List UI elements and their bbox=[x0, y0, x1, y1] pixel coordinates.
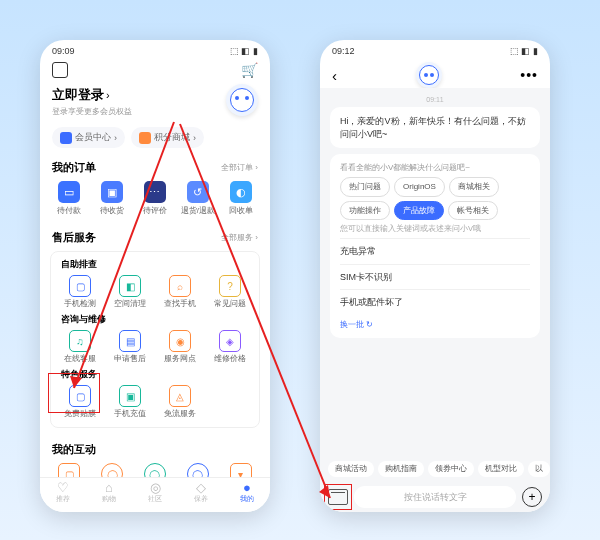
orders-row: ▭待付款 ▣待收货 ⋯待评价 ↺退货/退款 ◐回收单 bbox=[40, 179, 270, 222]
faq-sim[interactable]: SIM卡不识别 bbox=[340, 264, 530, 290]
chat-header: ‹ ••• bbox=[320, 58, 550, 92]
phone-chat: 09:12 ⬚ ◧ ▮ ‹ ••• 09:11 Hi，亲爱的V粉，新年快乐！有什… bbox=[320, 40, 550, 512]
pill-row: 会员中心› 积分商城› bbox=[40, 123, 270, 152]
sv-recharge[interactable]: ▣手机充值 bbox=[105, 383, 155, 421]
order-ship[interactable]: ▣待收货 bbox=[91, 181, 134, 216]
person-icon: ● bbox=[224, 481, 270, 494]
status-right: ⬚ ◧ ▮ bbox=[230, 46, 258, 56]
chevron-right-icon: › bbox=[106, 89, 110, 101]
recycle-icon: ◐ bbox=[230, 181, 252, 203]
tab-me[interactable]: ●我的 bbox=[224, 478, 270, 512]
tab-care[interactable]: ◇保养 bbox=[178, 478, 224, 512]
cat-head: 看看全能的小V都能解决什么问题吧~ bbox=[340, 162, 530, 173]
diamond-icon bbox=[60, 132, 72, 144]
cart-icon[interactable]: 🛒 bbox=[241, 62, 258, 78]
question-icon: ? bbox=[219, 275, 241, 297]
orders-head: 我的订单 全部订单 › bbox=[40, 152, 270, 179]
phone-profile: 09:09 ⬚ ◧ ▮ 🛒 立即登录 › 登录享受更多会员权益 会员中心› 积分… bbox=[40, 40, 270, 512]
tab-community[interactable]: ◎社区 bbox=[132, 478, 178, 512]
special-row: ▢免费贴膜 ▣手机充值 ◬免流服务 bbox=[55, 381, 255, 421]
settings-icon[interactable] bbox=[52, 62, 68, 78]
orders-title: 我的订单 bbox=[52, 160, 96, 175]
sugg-1[interactable]: 商城活动 bbox=[328, 461, 374, 477]
tab-bar: ♡推荐 ⌂购物 ◎社区 ◇保养 ●我的 bbox=[40, 477, 270, 512]
order-review[interactable]: ⋯待评价 bbox=[134, 181, 177, 216]
refresh-button[interactable]: 换一批 ↻ bbox=[340, 315, 530, 330]
community-icon: ◎ bbox=[132, 481, 178, 494]
selfhelp-row: ▢手机检测 ◧空间清理 ⌕查找手机 ?常见问题 bbox=[55, 271, 255, 311]
sv-data[interactable]: ◬免流服务 bbox=[155, 383, 205, 421]
chip-mall[interactable]: 商城相关 bbox=[449, 177, 499, 196]
sv-online[interactable]: ♫在线客服 bbox=[55, 328, 105, 366]
status-time: 09:09 bbox=[52, 46, 75, 56]
chat-icon: ⋯ bbox=[144, 181, 166, 203]
login-title: 立即登录 bbox=[52, 86, 104, 104]
order-recycle[interactable]: ◐回收单 bbox=[219, 181, 262, 216]
bot-avatar bbox=[416, 62, 442, 88]
more-icon[interactable]: ••• bbox=[520, 67, 538, 83]
input-bar: 按住说话转文字 + bbox=[320, 482, 550, 512]
orders-more[interactable]: 全部订单 › bbox=[221, 162, 258, 173]
refund-icon: ↺ bbox=[187, 181, 209, 203]
bubble-hint: 您可以直接输入关键词或表述来问小V哦 bbox=[340, 224, 530, 235]
pin-icon: ◉ bbox=[169, 330, 191, 352]
sv-faq[interactable]: ?常见问题 bbox=[205, 273, 255, 311]
sv-detect[interactable]: ▢手机检测 bbox=[55, 273, 105, 311]
status-bar-r: 09:12 ⬚ ◧ ▮ bbox=[320, 40, 550, 58]
selfhelp-title: 自助排查 bbox=[55, 256, 255, 271]
sv-location[interactable]: ◉服务网点 bbox=[155, 328, 205, 366]
avatar[interactable] bbox=[226, 84, 258, 116]
sv-film[interactable]: ▢免费贴膜 bbox=[55, 383, 105, 421]
order-refund[interactable]: ↺退货/退款 bbox=[176, 181, 219, 216]
chip-originos[interactable]: OriginOS bbox=[394, 177, 445, 196]
form-icon: ▤ bbox=[119, 330, 141, 352]
sugg-2[interactable]: 购机指南 bbox=[378, 461, 424, 477]
faq-charge[interactable]: 充电异常 bbox=[340, 238, 530, 264]
chip-hot[interactable]: 热门问题 bbox=[340, 177, 390, 196]
chat-timestamp: 09:11 bbox=[330, 92, 540, 107]
sv-apply[interactable]: ▤申请售后 bbox=[105, 328, 155, 366]
sv-price[interactable]: ◈维修价格 bbox=[205, 328, 255, 366]
wallet-icon: ▭ bbox=[58, 181, 80, 203]
sv-empty bbox=[205, 383, 255, 421]
search-icon: ⌕ bbox=[169, 275, 191, 297]
chip-fault[interactable]: 产品故障 bbox=[394, 201, 444, 220]
sv-clean[interactable]: ◧空间清理 bbox=[105, 273, 155, 311]
tab-shop[interactable]: ⌂购物 bbox=[86, 478, 132, 512]
faq-broken[interactable]: 手机或配件坏了 bbox=[340, 289, 530, 315]
bubble-categories: 看看全能的小V都能解决什么问题吧~ 热门问题 OriginOS 商城相关 功能操… bbox=[330, 154, 540, 338]
back-icon[interactable]: ‹ bbox=[332, 67, 337, 84]
bolt-icon: ▣ bbox=[119, 385, 141, 407]
keyboard-icon[interactable] bbox=[328, 489, 348, 505]
chat-body: 09:11 Hi，亲爱的V粉，新年快乐！有什么问题，不妨问问小V吧~ 看看全能的… bbox=[320, 88, 550, 456]
shield-icon: ◇ bbox=[178, 481, 224, 494]
status-bar: 09:09 ⬚ ◧ ▮ bbox=[40, 40, 270, 58]
sv-find[interactable]: ⌕查找手机 bbox=[155, 273, 205, 311]
chip-row: 热门问题 OriginOS 商城相关 功能操作 产品故障 帐号相关 bbox=[340, 177, 530, 219]
pill-member[interactable]: 会员中心› bbox=[52, 127, 125, 148]
sugg-5[interactable]: 以 bbox=[528, 461, 550, 477]
pill-points[interactable]: 积分商城› bbox=[131, 127, 204, 148]
heart-icon: ♡ bbox=[40, 481, 86, 494]
consult-title: 咨询与维修 bbox=[55, 311, 255, 326]
tab-recommend[interactable]: ♡推荐 bbox=[40, 478, 86, 512]
status-time-r: 09:12 bbox=[332, 46, 355, 56]
top-bar: 🛒 bbox=[40, 58, 270, 82]
suggestion-row: 商城活动 购机指南 领券中心 机型对比 以 bbox=[320, 456, 550, 482]
plus-icon[interactable]: + bbox=[522, 487, 542, 507]
service-more[interactable]: 全部服务 › bbox=[221, 232, 258, 243]
sugg-3[interactable]: 领券中心 bbox=[428, 461, 474, 477]
order-pay[interactable]: ▭待付款 bbox=[48, 181, 91, 216]
bag-icon: ⌂ bbox=[86, 481, 132, 494]
bubble-greeting: Hi，亲爱的V粉，新年快乐！有什么问题，不妨问问小V吧~ bbox=[330, 107, 540, 148]
service-title: 售后服务 bbox=[52, 230, 96, 245]
phone-check-icon: ▢ bbox=[69, 275, 91, 297]
interact-head: 我的互动 bbox=[40, 434, 270, 461]
chip-function[interactable]: 功能操作 bbox=[340, 201, 390, 220]
voice-input[interactable]: 按住说话转文字 bbox=[354, 486, 516, 508]
screen-icon: ▢ bbox=[69, 385, 91, 407]
tag-icon: ◈ bbox=[219, 330, 241, 352]
sugg-4[interactable]: 机型对比 bbox=[478, 461, 524, 477]
service-head: 售后服务 全部服务 › bbox=[40, 222, 270, 249]
chip-account[interactable]: 帐号相关 bbox=[448, 201, 498, 220]
